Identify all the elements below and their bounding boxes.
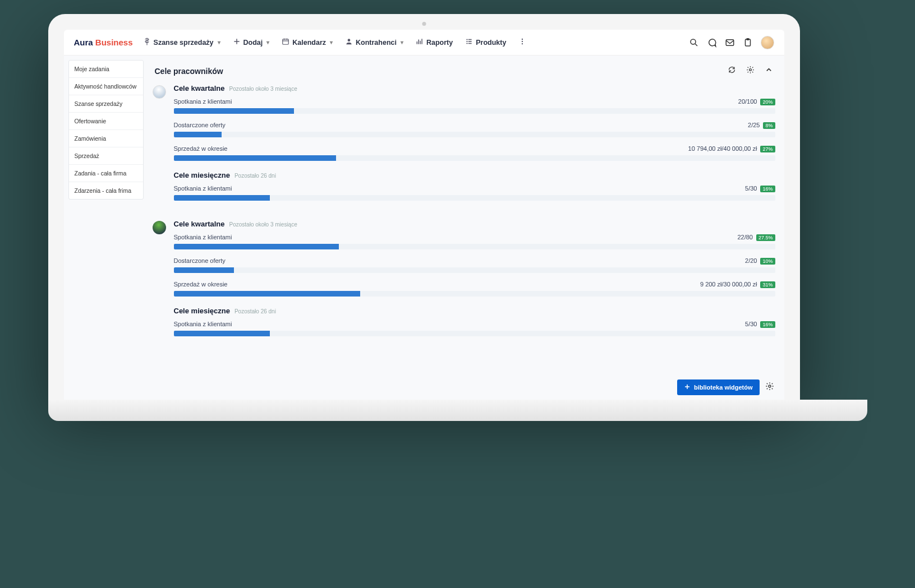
- collapse-button[interactable]: [765, 66, 773, 76]
- goal-group-remaining: Pozostało około 3 miesiące: [229, 221, 297, 228]
- employee-avatar: [153, 221, 166, 234]
- widget-library-button[interactable]: biblioteka widgetów: [677, 379, 760, 395]
- progress-bar-fill: [174, 291, 360, 297]
- plus-icon: [233, 38, 241, 47]
- user-avatar[interactable]: [761, 36, 774, 49]
- sidebar-item-zdarzenia-firma[interactable]: Zdarzenia - cała frima: [69, 182, 143, 199]
- nav-label: Raporty: [426, 39, 453, 47]
- svg-point-5: [691, 39, 696, 44]
- goal-group-title: Cele kwartalne: [174, 220, 225, 228]
- search-button[interactable]: [689, 38, 699, 48]
- progress-bar-fill: [174, 267, 234, 273]
- goal-group-title: Cele kwartalne: [174, 84, 225, 92]
- sidebar-item-moje-zadania[interactable]: Moje zadania: [69, 61, 143, 78]
- goal-pct-badge: 31%: [760, 281, 775, 288]
- chevron-down-icon: ▾: [401, 39, 403, 45]
- goal-pct-badge: 10%: [760, 258, 775, 265]
- goal-value: 5/30: [745, 185, 757, 192]
- sidebar-item-zadania-firma[interactable]: Zadania - cała firma: [69, 165, 143, 182]
- chevron-up-icon: [765, 66, 773, 74]
- goal-group-remaining: Pozostało około 3 miesiące: [229, 86, 297, 92]
- goal-pct-badge: 27%: [760, 146, 775, 152]
- main-content: Cele pracowników: [148, 55, 784, 400]
- chat-icon: [707, 41, 717, 49]
- goal-row: Spotkania z klientami 20/100 20%: [174, 98, 775, 114]
- dashboard-settings-button[interactable]: [765, 382, 774, 393]
- svg-point-10: [769, 385, 771, 387]
- progress-bar: [174, 267, 775, 273]
- goal-group-title: Cele miesięczne: [174, 171, 230, 179]
- goal-name: Sprzedaż w okresie: [174, 145, 228, 152]
- nav-label: Produkty: [476, 39, 506, 47]
- nav-raporty[interactable]: Raporty: [413, 35, 455, 49]
- sidebar-item-ofertowanie[interactable]: Ofertowanie: [69, 113, 143, 130]
- goal-pct-badge: 20%: [760, 99, 775, 105]
- chevron-down-icon: ▾: [218, 39, 220, 45]
- goal-pct-badge: 27.5%: [756, 234, 775, 241]
- refresh-button[interactable]: [728, 66, 736, 76]
- goal-value: 5/30: [745, 321, 757, 327]
- goal-row: Dostarczone oferty 2/20 10%: [174, 257, 775, 273]
- sidebar-item-aktywnosc[interactable]: Aktywność handlowców: [69, 78, 143, 95]
- goal-name: Spotkania z klientami: [174, 321, 232, 327]
- sidebar-item-szanse[interactable]: Szanse sprzedaży: [69, 95, 143, 113]
- progress-bar: [174, 108, 775, 114]
- more-vertical-icon: [518, 38, 526, 47]
- goal-value: 2/20: [745, 257, 757, 264]
- progress-bar: [174, 132, 775, 137]
- goal-name: Spotkania z klientami: [174, 185, 232, 192]
- goal-name: Dostarczone oferty: [174, 257, 226, 264]
- plus-icon: [684, 383, 691, 391]
- goal-name: Spotkania z klientami: [174, 98, 232, 105]
- dollar-icon: [143, 38, 151, 47]
- goal-row: Sprzedaż w okresie 9 200 zł/30 000,00 zł…: [174, 281, 775, 297]
- clipboard-icon: [743, 41, 753, 49]
- svg-point-3: [522, 41, 523, 42]
- settings-button[interactable]: [746, 66, 755, 76]
- progress-bar: [174, 331, 775, 336]
- progress-bar-fill: [174, 108, 294, 114]
- nav-produkty[interactable]: Produkty: [463, 35, 508, 49]
- sidebar-item-sprzedaz[interactable]: Sprzedaż: [69, 147, 143, 165]
- progress-bar: [174, 155, 775, 161]
- nav-szanse[interactable]: Szanse sprzedaży ▾: [141, 35, 223, 49]
- svg-point-4: [522, 43, 523, 44]
- svg-point-2: [522, 39, 523, 40]
- nav-more[interactable]: [516, 35, 528, 49]
- goal-name: Sprzedaż w okresie: [174, 281, 228, 288]
- chat-button[interactable]: [707, 38, 717, 48]
- progress-bar: [174, 195, 775, 201]
- nav-dodaj[interactable]: Dodaj ▾: [231, 35, 272, 49]
- sidebar-item-zamowienia[interactable]: Zamówienia: [69, 130, 143, 147]
- goal-pct-badge: 16%: [760, 321, 775, 328]
- employee-avatar: [153, 85, 166, 99]
- clipboard-button[interactable]: [743, 38, 753, 48]
- svg-point-1: [348, 39, 351, 41]
- nav-kalendarz[interactable]: Kalendarz ▾: [279, 35, 335, 49]
- goal-row: Sprzedaż w okresie 10 794,00 zł/40 000,0…: [174, 145, 775, 161]
- progress-bar-fill: [174, 331, 270, 336]
- goal-group-title: Cele miesięczne: [174, 307, 230, 315]
- calendar-icon: [282, 38, 289, 47]
- goal-pct-badge: 16%: [760, 186, 775, 192]
- goal-row: Dostarczone oferty 2/25 8%: [174, 122, 775, 137]
- list-icon: [465, 38, 473, 47]
- logo-part2: Business: [95, 38, 133, 47]
- goal-name: Dostarczone oferty: [174, 122, 226, 128]
- mail-button[interactable]: [725, 38, 735, 48]
- goal-name: Spotkania z klientami: [174, 234, 232, 240]
- nav-label: Kalendarz: [292, 39, 326, 47]
- chart-icon: [416, 38, 424, 47]
- top-nav: Aura Business Szanse sprzedaży ▾ Dodaj ▾: [64, 30, 784, 55]
- panel-title: Cele pracowników: [155, 67, 223, 76]
- chevron-down-icon: ▾: [266, 39, 269, 45]
- progress-bar: [174, 291, 775, 297]
- sidebar: Moje zadania Aktywność handlowców Szanse…: [64, 55, 148, 400]
- goal-value: 10 794,00 zł/40 000,00 zł: [688, 145, 757, 152]
- progress-bar-fill: [174, 132, 222, 137]
- svg-point-9: [749, 69, 751, 71]
- goal-row: Spotkania z klientami 5/30 16%: [174, 185, 775, 201]
- search-icon: [689, 41, 699, 49]
- nav-kontrahenci[interactable]: Kontrahenci ▾: [343, 35, 406, 49]
- logo-part1: Aura: [74, 38, 93, 47]
